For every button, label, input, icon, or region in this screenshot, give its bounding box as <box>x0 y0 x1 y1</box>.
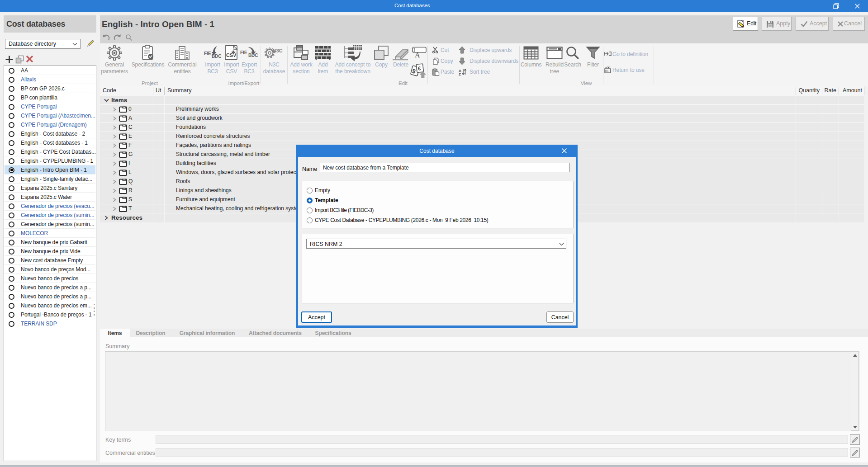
svg-text:Z: Z <box>459 72 461 76</box>
svg-text:FIE: FIE <box>240 50 247 55</box>
svg-text:A: A <box>415 51 420 58</box>
svg-text:FIE: FIE <box>204 51 211 56</box>
